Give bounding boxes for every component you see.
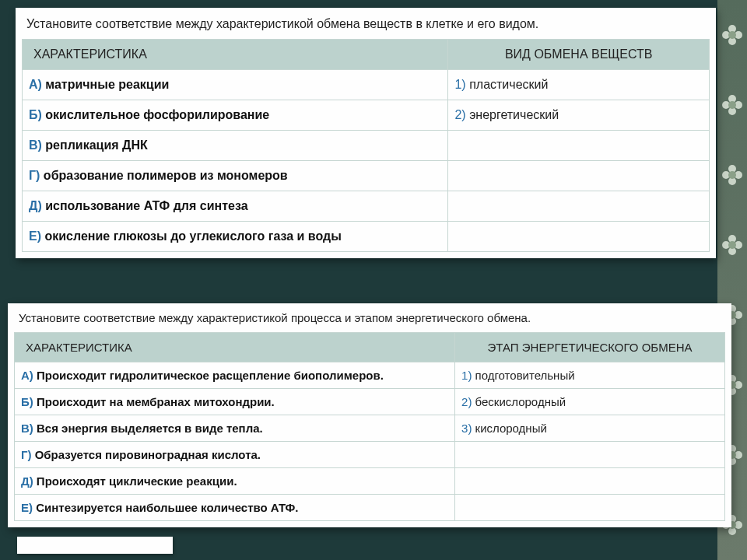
task1-option-2: 2) энергетический (448, 100, 710, 131)
row-text: Синтезируется наибольшее количество АТФ. (36, 501, 298, 514)
row-letter: Б) (21, 395, 33, 408)
row-text: Происходят циклические реакции. (37, 474, 237, 488)
option-text: энергетический (469, 108, 559, 121)
empty-cell (448, 161, 710, 191)
empty-cell (455, 442, 725, 468)
row-letter: Е) (29, 229, 41, 243)
row-letter: В) (29, 138, 42, 152)
table-header-row: ХАРАКТЕРИСТИКА ЭТАП ЭНЕРГЕТИЧЕСКОГО ОБМЕ… (15, 333, 725, 362)
task2-row-a: А) Происходит гидролитическое расщеплени… (15, 362, 455, 389)
task1-row-a: А) матричные реакции (23, 70, 448, 100)
option-number: 2) (454, 108, 469, 121)
task1-row-b: Б) окислительное фосфорилирование (23, 100, 448, 131)
row-letter: А) (21, 369, 33, 382)
task1-table: ХАРАКТЕРИСТИКА ВИД ОБМЕНА ВЕЩЕСТВ А) мат… (22, 39, 710, 252)
row-text: Происходит гидролитическое расщепление б… (37, 369, 384, 382)
row-letter: Е) (21, 501, 33, 514)
row-text: Происходит на мембранах митохондрии. (37, 395, 275, 408)
flower-icon (722, 25, 742, 45)
task1-row-e: Е) окисление глюкозы до углекислого газа… (23, 222, 448, 252)
task1-row-g: Г) образование полимеров из мономеров (23, 161, 448, 191)
task2-option-3: 3) кислородный (455, 415, 725, 442)
task1-row-v: В) репликация ДНК (23, 131, 448, 161)
table-row: В) Вся энергия выделяется в виде тепла. … (15, 415, 725, 442)
option-text: бескислородный (475, 395, 566, 408)
table-row: Д) использование АТФ для синтеза (23, 191, 710, 222)
row-text: репликация ДНК (45, 138, 147, 152)
flower-icon (722, 235, 742, 255)
task1-prompt: Установите соответствие между характерис… (22, 14, 710, 39)
task2-table: ХАРАКТЕРИСТИКА ЭТАП ЭНЕРГЕТИЧЕСКОГО ОБМЕ… (14, 332, 725, 521)
table-row: Д) Происходят циклические реакции. (15, 468, 725, 495)
task2-row-b: Б) Происходит на мембранах митохондрии. (15, 389, 455, 415)
row-letter: Г) (29, 169, 40, 182)
task2-head-right: ЭТАП ЭНЕРГЕТИЧЕСКОГО ОБМЕНА (455, 333, 725, 362)
row-text: Вся энергия выделяется в виде тепла. (37, 422, 263, 435)
task2-option-2: 2) бескислородный (455, 389, 725, 415)
task2-row-d: Д) Происходят циклические реакции. (15, 468, 455, 495)
footer-strip (17, 537, 173, 554)
task1-row-d: Д) использование АТФ для синтеза (23, 191, 448, 222)
table-row: В) репликация ДНК (23, 131, 710, 161)
task1-head-right: ВИД ОБМЕНА ВЕЩЕСТВ (448, 40, 710, 70)
slide: Установите соответствие между характерис… (0, 0, 747, 560)
empty-cell (455, 468, 725, 495)
empty-cell (455, 495, 725, 521)
option-number: 1) (461, 369, 475, 382)
row-text: матричные реакции (45, 78, 169, 91)
option-text: пластический (469, 78, 548, 91)
row-letter: Д) (29, 199, 42, 212)
option-number: 1) (454, 78, 469, 91)
row-text: использование АТФ для синтеза (45, 199, 247, 212)
empty-cell (448, 191, 710, 222)
row-text: окислительное фосфорилирование (45, 108, 269, 121)
option-number: 2) (461, 395, 475, 408)
task2-card: Установите соответствие между характерис… (8, 303, 731, 527)
option-text: кислородный (475, 422, 547, 435)
row-text: образование полимеров из мономеров (44, 169, 288, 182)
task1-option-1: 1) пластический (448, 70, 710, 100)
empty-cell (448, 131, 710, 161)
table-row: А) Происходит гидролитическое расщеплени… (15, 362, 725, 389)
row-text: окисление глюкозы до углекислого газа и … (44, 229, 341, 243)
task1-head-left: ХАРАКТЕРИСТИКА (23, 40, 448, 70)
task2-row-v: В) Вся энергия выделяется в виде тепла. (15, 415, 455, 442)
row-letter: Б) (29, 108, 42, 121)
task1-card: Установите соответствие между характерис… (16, 8, 716, 258)
table-header-row: ХАРАКТЕРИСТИКА ВИД ОБМЕНА ВЕЩЕСТВ (23, 40, 710, 70)
task2-head-left: ХАРАКТЕРИСТИКА (15, 333, 455, 362)
row-letter: В) (21, 422, 33, 435)
table-row: Е) Синтезируется наибольшее количество А… (15, 495, 725, 521)
row-letter: А) (29, 78, 42, 91)
task2-option-1: 1) подготовительный (455, 362, 725, 389)
empty-cell (448, 222, 710, 252)
row-letter: Г) (21, 448, 32, 461)
table-row: Б) Происходит на мембранах митохондрии. … (15, 389, 725, 415)
table-row: А) матричные реакции 1) пластический (23, 70, 710, 100)
task2-prompt: Установите соответствие между характерис… (14, 308, 725, 332)
table-row: Г) образование полимеров из мономеров (23, 161, 710, 191)
task2-row-g: Г) Образуется пировиноградная кислота. (15, 442, 455, 468)
option-text: подготовительный (475, 369, 575, 382)
row-text: Образуется пировиноградная кислота. (35, 448, 261, 461)
row-letter: Д) (21, 474, 33, 488)
flower-icon (722, 165, 742, 185)
flower-icon (722, 95, 742, 115)
task2-row-e: Е) Синтезируется наибольшее количество А… (15, 495, 455, 521)
table-row: Б) окислительное фосфорилирование 2) эне… (23, 100, 710, 131)
table-row: Е) окисление глюкозы до углекислого газа… (23, 222, 710, 252)
option-number: 3) (461, 422, 475, 435)
table-row: Г) Образуется пировиноградная кислота. (15, 442, 725, 468)
